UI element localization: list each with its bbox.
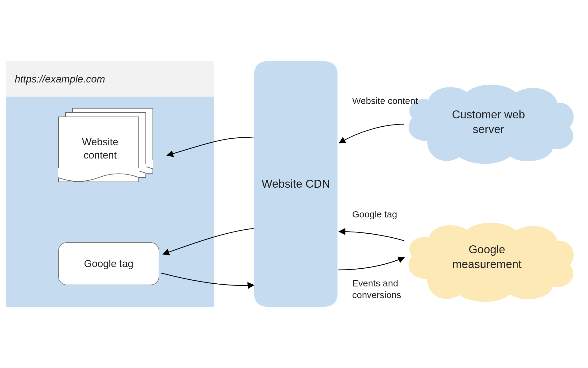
- arrow-cloud-to-cdn-content: [340, 124, 404, 143]
- website-content-pages: Website content: [58, 117, 156, 202]
- google-measurement-label: Google measurement: [438, 242, 536, 272]
- edge-label-events: Events and conversions: [352, 278, 429, 301]
- arrow-cdn-to-google-events: [338, 258, 404, 270]
- google-tag-label: Google tag: [84, 258, 133, 270]
- browser-url-bar: https://example.com: [6, 61, 214, 97]
- page-front: Website content: [58, 117, 139, 182]
- edge-label-google-tag: Google tag: [352, 209, 429, 220]
- customer-web-server-label: Customer web server: [439, 107, 537, 137]
- edge-label-website-content: Website content: [352, 95, 429, 107]
- google-tag-box: Google tag: [58, 242, 159, 285]
- diagram-canvas: https://example.com Website content Goo: [0, 0, 588, 368]
- website-cdn-label: Website CDN: [262, 177, 330, 191]
- arrow-google-to-cdn-tag: [340, 232, 404, 241]
- website-cdn-box: Website CDN: [254, 61, 337, 307]
- website-content-label: Website content: [70, 136, 131, 162]
- browser-url: https://example.com: [15, 73, 105, 85]
